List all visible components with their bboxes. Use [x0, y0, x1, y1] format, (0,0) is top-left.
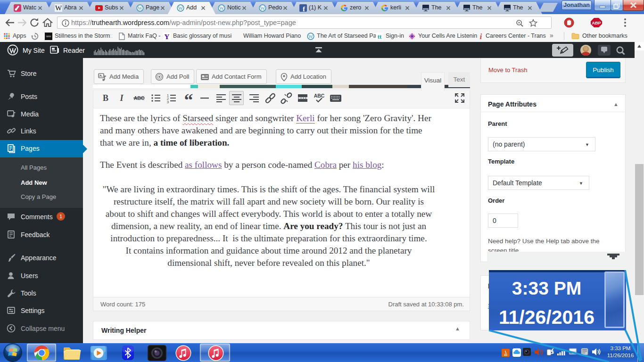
svg-text:I: I — [119, 93, 124, 103]
svg-text:W: W — [260, 6, 265, 11]
svg-text:W: W — [138, 6, 142, 11]
svg-text:ABC: ABC — [314, 93, 325, 99]
svg-text:W: W — [178, 6, 183, 11]
svg-text:i: i — [480, 33, 482, 40]
svg-text:Y: Y — [165, 33, 170, 41]
svg-text:W: W — [219, 6, 224, 11]
svg-text:B: B — [103, 93, 108, 103]
svg-text:W: W — [55, 4, 62, 12]
svg-text:3: 3 — [167, 100, 169, 104]
svg-text:tt: tt — [378, 33, 382, 40]
svg-text:SITS: SITS — [47, 35, 51, 38]
svg-text:“: “ — [184, 92, 193, 104]
svg-text:ABP: ABP — [592, 21, 601, 25]
svg-text:W: W — [308, 34, 313, 39]
